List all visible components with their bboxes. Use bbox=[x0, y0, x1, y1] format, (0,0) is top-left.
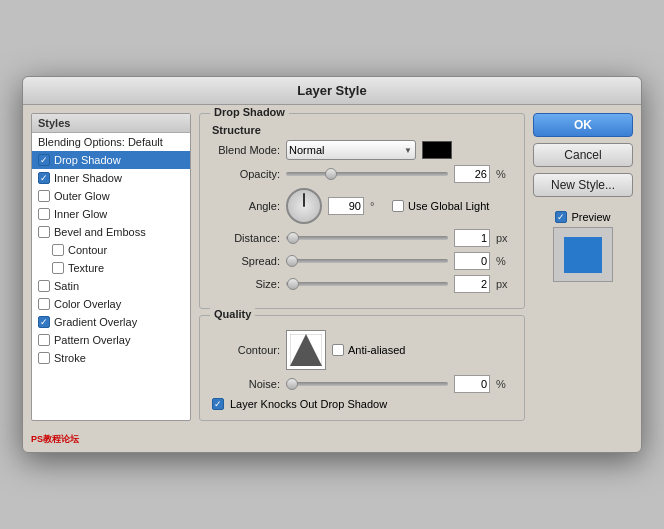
left-panel: Styles Blending Options: Default Drop Sh… bbox=[31, 113, 191, 421]
sidebar-item-satin[interactable]: Satin bbox=[32, 277, 190, 295]
bevel-emboss-label: Bevel and Emboss bbox=[54, 226, 146, 238]
blend-mode-select[interactable]: Normal Dissolve Multiply Screen Overlay bbox=[286, 140, 416, 160]
cancel-button[interactable]: Cancel bbox=[533, 143, 633, 167]
bevel-emboss-checkbox[interactable] bbox=[38, 226, 50, 238]
pattern-overlay-label: Pattern Overlay bbox=[54, 334, 130, 346]
anti-alias-row: Anti-aliased bbox=[332, 344, 405, 356]
preview-label-row: Preview bbox=[555, 211, 610, 223]
preview-label-text: Preview bbox=[571, 211, 610, 223]
angle-area: 90 ° Use Global Light bbox=[286, 188, 489, 224]
size-slider-container bbox=[286, 277, 448, 291]
drop-shadow-section: Drop Shadow Structure Blend Mode: Normal… bbox=[199, 113, 525, 309]
size-row: Size: 2 px bbox=[212, 275, 512, 293]
drop-shadow-section-label: Drop Shadow bbox=[210, 106, 289, 118]
angle-label: Angle: bbox=[212, 200, 280, 212]
size-unit: px bbox=[496, 278, 512, 290]
size-value[interactable]: 2 bbox=[454, 275, 490, 293]
use-global-light-row: Use Global Light bbox=[392, 200, 489, 212]
drop-shadow-label: Drop Shadow bbox=[54, 154, 121, 166]
noise-unit: % bbox=[496, 378, 512, 390]
structure-sub-label: Structure bbox=[212, 124, 512, 136]
sidebar-item-blending-options[interactable]: Blending Options: Default bbox=[32, 133, 190, 151]
noise-row: Noise: 0 % bbox=[212, 375, 512, 393]
use-global-light-label: Use Global Light bbox=[408, 200, 489, 212]
drop-shadow-checkbox[interactable] bbox=[38, 154, 50, 166]
sidebar-item-inner-glow[interactable]: Inner Glow bbox=[32, 205, 190, 223]
use-global-light-checkbox[interactable] bbox=[392, 200, 404, 212]
blend-mode-label: Blend Mode: bbox=[212, 144, 280, 156]
satin-checkbox[interactable] bbox=[38, 280, 50, 292]
sidebar-item-stroke[interactable]: Stroke bbox=[32, 349, 190, 367]
opacity-label: Opacity: bbox=[212, 168, 280, 180]
knocks-out-checkbox[interactable] bbox=[212, 398, 224, 410]
texture-label: Texture bbox=[68, 262, 104, 274]
pattern-overlay-checkbox[interactable] bbox=[38, 334, 50, 346]
sidebar-item-color-overlay[interactable]: Color Overlay bbox=[32, 295, 190, 313]
distance-value[interactable]: 1 bbox=[454, 229, 490, 247]
angle-row: Angle: 90 ° Use Global Light bbox=[212, 188, 512, 224]
spread-label: Spread: bbox=[212, 255, 280, 267]
opacity-row: Opacity: 26 % bbox=[212, 165, 512, 183]
size-slider[interactable] bbox=[286, 282, 448, 286]
blend-mode-row: Blend Mode: Normal Dissolve Multiply Scr… bbox=[212, 140, 512, 160]
noise-label: Noise: bbox=[212, 378, 280, 390]
angle-dial[interactable] bbox=[286, 188, 322, 224]
contour-thumbnail[interactable] bbox=[286, 330, 326, 370]
sidebar-item-pattern-overlay[interactable]: Pattern Overlay bbox=[32, 331, 190, 349]
styles-panel-title: Styles bbox=[32, 114, 190, 133]
sidebar-item-texture[interactable]: Texture bbox=[32, 259, 190, 277]
opacity-value[interactable]: 26 bbox=[454, 165, 490, 183]
noise-slider[interactable] bbox=[286, 382, 448, 386]
stroke-checkbox[interactable] bbox=[38, 352, 50, 364]
inner-glow-label: Inner Glow bbox=[54, 208, 107, 220]
inner-shadow-label: Inner Shadow bbox=[54, 172, 122, 184]
sidebar-item-inner-shadow[interactable]: Inner Shadow bbox=[32, 169, 190, 187]
distance-row: Distance: 1 px bbox=[212, 229, 512, 247]
contour-label: Contour: bbox=[212, 344, 280, 356]
new-style-button[interactable]: New Style... bbox=[533, 173, 633, 197]
sidebar-item-contour[interactable]: Contour bbox=[32, 241, 190, 259]
opacity-slider-container bbox=[286, 167, 448, 181]
noise-value[interactable]: 0 bbox=[454, 375, 490, 393]
contour-row: Contour: Anti-aliased bbox=[212, 330, 512, 370]
center-panel: Drop Shadow Structure Blend Mode: Normal… bbox=[199, 113, 525, 421]
noise-slider-container bbox=[286, 377, 448, 391]
gradient-overlay-checkbox[interactable] bbox=[38, 316, 50, 328]
spread-value[interactable]: 0 bbox=[454, 252, 490, 270]
sidebar-item-gradient-overlay[interactable]: Gradient Overlay bbox=[32, 313, 190, 331]
outer-glow-label: Outer Glow bbox=[54, 190, 110, 202]
outer-glow-checkbox[interactable] bbox=[38, 190, 50, 202]
angle-value[interactable]: 90 bbox=[328, 197, 364, 215]
contour-checkbox[interactable] bbox=[52, 244, 64, 256]
preview-swatch bbox=[553, 227, 613, 282]
dial-needle bbox=[303, 193, 305, 207]
blend-color-swatch[interactable] bbox=[422, 141, 452, 159]
spread-row: Spread: 0 % bbox=[212, 252, 512, 270]
preview-area: Preview bbox=[533, 211, 633, 282]
spread-slider[interactable] bbox=[286, 259, 448, 263]
sidebar-item-drop-shadow[interactable]: Drop Shadow bbox=[32, 151, 190, 169]
quality-section-label: Quality bbox=[210, 308, 255, 320]
inner-glow-checkbox[interactable] bbox=[38, 208, 50, 220]
sidebar-item-bevel-emboss[interactable]: Bevel and Emboss bbox=[32, 223, 190, 241]
anti-aliased-checkbox[interactable] bbox=[332, 344, 344, 356]
color-overlay-checkbox[interactable] bbox=[38, 298, 50, 310]
preview-checkbox[interactable] bbox=[555, 211, 567, 223]
right-panel: OK Cancel New Style... Preview bbox=[533, 113, 633, 421]
watermark: PS教程论坛 bbox=[23, 429, 641, 452]
opacity-slider[interactable] bbox=[286, 172, 448, 176]
opacity-unit: % bbox=[496, 168, 512, 180]
distance-slider[interactable] bbox=[286, 236, 448, 240]
blending-options-label: Blending Options: Default bbox=[38, 136, 163, 148]
inner-shadow-checkbox[interactable] bbox=[38, 172, 50, 184]
contour-label: Contour bbox=[68, 244, 107, 256]
size-label: Size: bbox=[212, 278, 280, 290]
ok-button[interactable]: OK bbox=[533, 113, 633, 137]
sidebar-item-outer-glow[interactable]: Outer Glow bbox=[32, 187, 190, 205]
dialog-title: Layer Style bbox=[23, 77, 641, 105]
color-overlay-label: Color Overlay bbox=[54, 298, 121, 310]
texture-checkbox[interactable] bbox=[52, 262, 64, 274]
blend-mode-select-wrapper[interactable]: Normal Dissolve Multiply Screen Overlay bbox=[286, 140, 416, 160]
preview-blue-rectangle bbox=[564, 237, 602, 273]
stroke-label: Stroke bbox=[54, 352, 86, 364]
